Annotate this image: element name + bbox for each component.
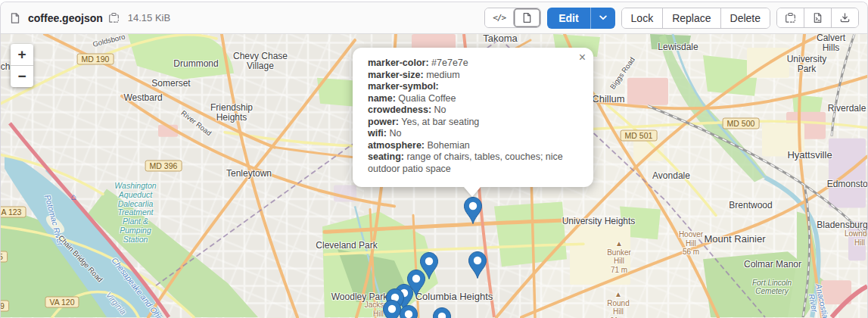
property-key: marker-color: [368, 58, 429, 68]
download-icon [839, 12, 851, 23]
property-key: wifi: [368, 128, 387, 139]
property-key: power: [368, 117, 399, 127]
geojson-map[interactable]: TakomachDrummondChevy Chase VillageSomer… [1, 34, 867, 318]
property-value: No [389, 128, 401, 139]
route-shield: MD 501 [621, 130, 658, 142]
popup-property-row: marker-color: #7e7e7e [368, 58, 578, 70]
code-view-icon: </> [493, 13, 506, 23]
property-value: Qualia Coffee [398, 93, 456, 104]
property-value: Bohemian [428, 140, 470, 151]
open-raw-button[interactable] [804, 8, 831, 27]
view-toggle-group: </> [484, 8, 541, 28]
delete-button[interactable]: Delete [720, 8, 770, 28]
property-key: marker-symbol: [368, 81, 439, 92]
toolbar-actions: </> Edit Lock Replace Delete [484, 8, 859, 29]
popup-close-icon[interactable]: × [579, 51, 586, 64]
property-key: marker-size: [368, 70, 424, 80]
zoom-in-button[interactable]: + [11, 44, 33, 66]
file-icon [9, 12, 21, 24]
popup-property-row: marker-symbol: [368, 81, 578, 93]
route-shield: MD 500 [723, 118, 760, 129]
edit-button[interactable]: Edit [547, 8, 590, 29]
copy-contents-button[interactable] [777, 8, 804, 27]
file-action-group: Lock Replace Delete [621, 8, 770, 29]
property-value: medium [426, 70, 459, 80]
popup-property-row: wifi: No [368, 128, 578, 140]
edit-split-button: Edit [547, 8, 614, 29]
route-shield: 5 [1, 251, 8, 263]
route-shield: 9 [1, 301, 9, 312]
file-header-bar: coffee.geojson 14.15 KiB </> Edit Lock R… [1, 2, 867, 34]
property-value: #7e7e7e [431, 58, 468, 68]
file-name: coffee.geojson [28, 12, 103, 24]
map-marker[interactable] [463, 196, 483, 225]
file-viewer: coffee.geojson 14.15 KiB </> Edit Lock R… [0, 2, 868, 318]
property-value: Yes, at bar seating [401, 117, 479, 127]
map-zoom-control: + − [11, 44, 33, 87]
property-key: seating: [368, 151, 404, 162]
map-marker[interactable] [432, 307, 452, 318]
code-view-button[interactable]: </> [485, 8, 513, 27]
zoom-out-button[interactable]: − [11, 66, 33, 87]
popup-properties: marker-color: #7e7e7emarker-size: medium… [368, 58, 578, 175]
download-button[interactable] [831, 8, 858, 27]
popup-tail [464, 187, 481, 197]
route-shield: A 123 [1, 207, 26, 218]
file-size: 14.15 KiB [128, 12, 170, 23]
route-shield: VA 120 [45, 297, 79, 308]
lock-button[interactable]: Lock [622, 8, 663, 28]
open-raw-icon [812, 12, 823, 23]
copy-contents-icon [785, 12, 796, 23]
copy-path-icon[interactable] [108, 12, 120, 23]
popup-property-row: marker-size: medium [368, 70, 578, 82]
property-value: No [434, 104, 446, 115]
icon-action-group [776, 8, 859, 28]
property-key: name: [368, 93, 396, 104]
rendered-view-button[interactable] [513, 8, 540, 27]
property-key: atmosphere: [368, 140, 425, 151]
popup-property-row: crowdedness: No [368, 104, 578, 117]
map-marker[interactable] [468, 251, 487, 279]
feature-popup: × marker-color: #7e7e7emarker-size: medi… [353, 48, 593, 187]
chevron-down-icon [599, 15, 607, 20]
replace-button[interactable]: Replace [662, 8, 720, 28]
edit-dropdown-button[interactable] [590, 8, 615, 29]
map-marker[interactable] [399, 304, 418, 318]
popup-property-row: name: Qualia Coffee [368, 93, 578, 105]
landmark-icon: ⌂ [70, 192, 76, 202]
property-key: crowdedness: [368, 104, 431, 115]
popup-property-row: power: Yes, at bar seating [368, 117, 578, 129]
route-shield: MD 396 [145, 161, 182, 172]
popup-property-row: seating: range of chairs, tables, couche… [368, 151, 578, 175]
popup-property-row: atmosphere: Bohemian [368, 140, 578, 152]
route-shield: MD 190 [77, 54, 114, 65]
rendered-view-icon [521, 12, 533, 23]
